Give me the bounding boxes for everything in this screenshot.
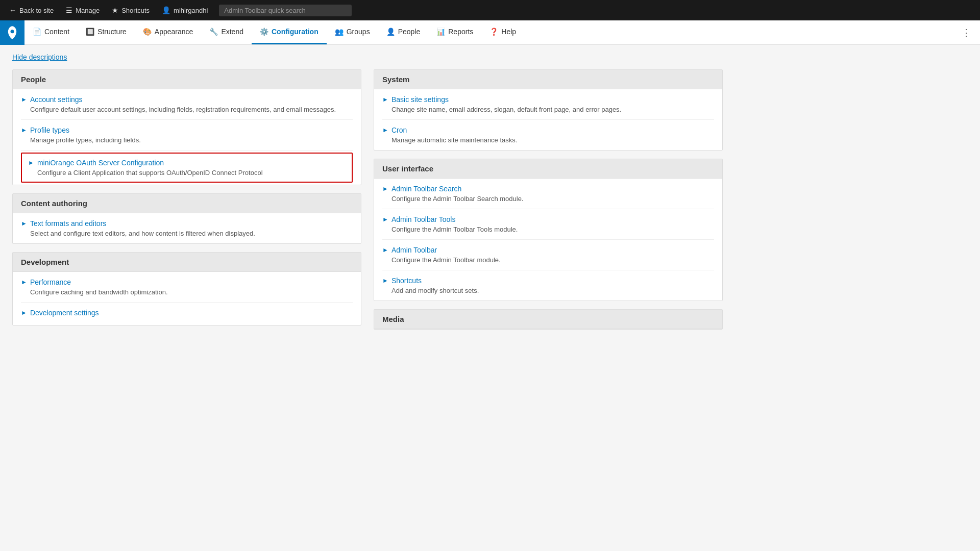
nav-item-label: Appearance [155,28,193,36]
config-item-title-text: miniOrange OAuth Server Configuration [37,159,164,167]
config-item-title-text: Performance [30,278,71,286]
config-item-title-admin-toolbar-search[interactable]: ►Admin Toolbar Search [382,185,714,193]
config-item-desc-basic-site-settings: Change site name, email address, slogan,… [391,106,714,113]
config-item-title-admin-toolbar[interactable]: ►Admin Toolbar [382,246,714,254]
nav-item-appearance[interactable]: 🎨Appearance [135,20,202,44]
config-item-title-profile-types[interactable]: ►Profile types [21,126,353,134]
config-item-desc-shortcuts: Add and modify shortcut sets. [391,287,714,294]
configuration-icon: ⚙️ [260,28,268,36]
nav-item-label: Reports [448,28,473,36]
config-item-admin-toolbar-search: ►Admin Toolbar SearchConfigure the Admin… [382,179,714,209]
right-column: System►Basic site settingsChange site na… [374,69,723,338]
config-item-desc-admin-toolbar: Configure the Admin Toolbar module. [391,256,714,264]
config-item-desc-text-formats: Select and configure text editors, and h… [30,230,353,237]
nav-item-label: Groups [347,28,370,36]
shortcuts-menu-item[interactable]: ★ Shortcuts [107,4,155,16]
nav-item-configuration[interactable]: ⚙️Configuration [252,20,327,44]
nav-item-label: Structure [97,28,127,36]
chevron-right-icon: ► [21,127,27,134]
config-item-profile-types: ►Profile typesManage profile types, incl… [21,120,353,151]
drupal-logo[interactable] [0,20,24,45]
chevron-right-icon: ► [21,96,27,103]
extend-icon: 🔧 [209,28,218,36]
config-item-title-admin-toolbar-tools[interactable]: ►Admin Toolbar Tools [382,215,714,223]
config-item-title-basic-site-settings[interactable]: ►Basic site settings [382,95,714,104]
two-column-layout: People►Account settingsConfigure default… [12,69,723,338]
left-column: People►Account settingsConfigure default… [12,69,361,338]
section-development: Development►PerformanceConfigure caching… [12,252,361,325]
config-item-title-shortcuts[interactable]: ►Shortcuts [382,277,714,285]
config-item-title-account-settings[interactable]: ►Account settings [21,95,353,104]
right-nav: ⋮ [957,20,980,44]
drupal-logo-svg [5,26,19,40]
config-item-text-formats: ►Text formats and editorsSelect and conf… [21,213,353,243]
section-header-content-authoring: Content authoring [13,194,361,213]
nav-item-reports[interactable]: 📊Reports [428,20,481,44]
config-item-admin-toolbar-tools: ►Admin Toolbar ToolsConfigure the Admin … [382,209,714,240]
config-item-title-text: Shortcuts [391,277,422,285]
config-item-miniorange-oauth: ►miniOrange OAuth Server ConfigurationCo… [21,153,353,183]
config-item-desc-account-settings: Configure default user account settings,… [30,106,353,113]
sidebar-toggle-button[interactable]: ⋮ [957,20,976,44]
config-item-title-text: Basic site settings [391,95,449,104]
hide-descriptions-link[interactable]: Hide descriptions [12,53,67,61]
chevron-right-icon: ► [382,185,388,192]
nav-item-help[interactable]: ❓Help [481,20,524,44]
chevron-right-icon: ► [382,127,388,134]
config-item-title-miniorange-oauth[interactable]: ►miniOrange OAuth Server Configuration [28,159,346,167]
config-item-desc-profile-types: Manage profile types, including fields. [30,136,353,144]
svg-point-0 [11,30,14,33]
nav-item-people[interactable]: 👤People [378,20,429,44]
section-header-media: Media [374,310,722,329]
config-item-title-text-formats[interactable]: ►Text formats and editors [21,219,353,228]
config-item-title-cron[interactable]: ►Cron [382,126,714,134]
section-header-people: People [13,70,361,89]
nav-item-label: Help [501,28,516,36]
chevron-right-icon: ► [21,279,27,286]
chevron-right-icon: ► [382,246,388,254]
nav-item-groups[interactable]: 👥Groups [327,20,378,44]
config-item-admin-toolbar: ►Admin ToolbarConfigure the Admin Toolba… [382,240,714,270]
manage-menu-item[interactable]: ☰ Manage [61,4,105,16]
nav-item-structure[interactable]: 🔲Structure [78,20,135,44]
manage-icon: ☰ [66,6,72,14]
nav-item-label: Content [44,28,69,36]
config-item-title-text: Profile types [30,126,69,134]
user-menu-item[interactable]: 👤 mihirgandhi [157,4,213,16]
config-item-title-text: Cron [391,126,407,134]
config-item-title-text: Admin Toolbar Search [391,185,461,193]
help-icon: ❓ [489,28,498,36]
config-item-account-settings: ►Account settingsConfigure default user … [21,89,353,120]
admin-search-input[interactable] [219,5,352,16]
config-item-title-performance[interactable]: ►Performance [21,278,353,286]
nav-items-container: 📄Content🔲Structure🎨Appearance🔧Extend⚙️Co… [24,20,524,44]
reports-icon: 📊 [436,28,445,36]
chevron-right-icon: ► [382,96,388,103]
user-icon: 👤 [162,6,170,14]
section-people: People►Account settingsConfigure default… [12,69,361,185]
section-media: Media [374,309,723,330]
chevron-right-icon: ► [21,220,27,227]
nav-item-extend[interactable]: 🔧Extend [201,20,252,44]
section-system: System►Basic site settingsChange site na… [374,69,723,151]
back-to-site-link[interactable]: ← Back to site [4,4,59,16]
config-item-title-text: Account settings [30,95,83,104]
config-item-cron: ►CronManage automatic site maintenance t… [382,120,714,150]
config-item-desc-admin-toolbar-tools: Configure the Admin Toolbar Tools module… [391,226,714,233]
nav-item-content[interactable]: 📄Content [24,20,78,44]
config-item-title-development-settings[interactable]: ►Development settings [21,309,353,317]
config-item-title-text: Development settings [30,309,99,317]
back-arrow-icon: ← [9,6,16,14]
page-content: Hide descriptions People►Account setting… [0,45,735,346]
config-item-shortcuts: ►ShortcutsAdd and modify shortcut sets. [382,270,714,300]
people-icon: 👤 [386,28,395,36]
config-item-desc-performance: Configure caching and bandwidth optimiza… [30,288,353,296]
section-body-people: ►Account settingsConfigure default user … [13,89,361,183]
admin-toolbar-search-container [219,5,352,16]
config-item-title-text: Admin Toolbar [391,246,437,254]
structure-icon: 🔲 [86,28,94,36]
nav-item-label: Extend [221,28,243,36]
section-body-development: ►PerformanceConfigure caching and bandwi… [13,272,361,325]
section-body-content-authoring: ►Text formats and editorsSelect and conf… [13,213,361,243]
config-item-desc-admin-toolbar-search: Configure the Admin Toolbar Search modul… [391,195,714,203]
